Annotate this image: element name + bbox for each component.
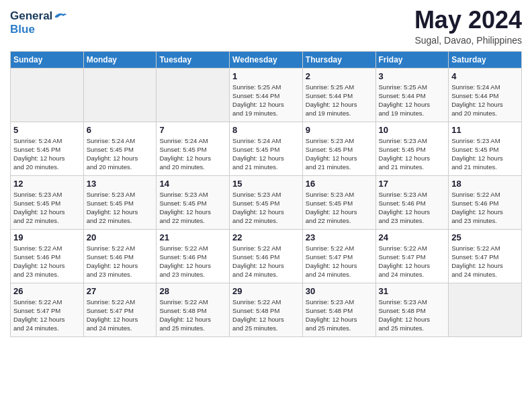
day-cell-15: 15Sunrise: 5:23 AM Sunset: 5:45 PM Dayli… [230, 175, 303, 229]
weekday-header-monday: Monday [83, 51, 157, 68]
weekday-header-friday: Friday [375, 51, 449, 68]
day-info: Sunrise: 5:23 AM Sunset: 5:45 PM Dayligh… [306, 136, 373, 172]
day-number: 11 [451, 125, 519, 135]
weekday-header-thursday: Thursday [302, 51, 375, 68]
weekday-header-wednesday: Wednesday [230, 51, 303, 68]
day-cell-13: 13Sunrise: 5:23 AM Sunset: 5:45 PM Dayli… [83, 175, 157, 229]
day-cell-12: 12Sunrise: 5:23 AM Sunset: 5:45 PM Dayli… [11, 175, 84, 229]
day-cell-28: 28Sunrise: 5:22 AM Sunset: 5:48 PM Dayli… [157, 283, 230, 336]
day-cell-17: 17Sunrise: 5:23 AM Sunset: 5:46 PM Dayli… [375, 175, 449, 229]
day-info: Sunrise: 5:22 AM Sunset: 5:46 PM Dayligh… [13, 244, 81, 279]
day-cell-3: 3Sunrise: 5:25 AM Sunset: 5:44 PM Daylig… [375, 68, 449, 122]
day-cell-8: 8Sunrise: 5:24 AM Sunset: 5:45 PM Daylig… [230, 122, 303, 175]
weekday-header-tuesday: Tuesday [157, 51, 230, 68]
day-number: 23 [306, 232, 373, 242]
day-info: Sunrise: 5:25 AM Sunset: 5:44 PM Dayligh… [232, 83, 300, 118]
logo-blue-text: Blue [10, 23, 35, 36]
month-title: May 2024 [414, 7, 522, 34]
day-number: 21 [159, 232, 226, 242]
logo-bird-icon [54, 11, 67, 21]
day-number: 12 [13, 179, 81, 189]
day-cell-22: 22Sunrise: 5:22 AM Sunset: 5:46 PM Dayli… [230, 229, 303, 283]
day-info: Sunrise: 5:23 AM Sunset: 5:46 PM Dayligh… [379, 190, 446, 226]
empty-cell [83, 68, 157, 122]
day-number: 1 [232, 71, 300, 81]
day-number: 28 [159, 286, 226, 296]
day-cell-26: 26Sunrise: 5:22 AM Sunset: 5:47 PM Dayli… [11, 283, 84, 336]
day-cell-14: 14Sunrise: 5:23 AM Sunset: 5:45 PM Dayli… [157, 175, 230, 229]
day-info: Sunrise: 5:25 AM Sunset: 5:44 PM Dayligh… [379, 83, 446, 118]
day-info: Sunrise: 5:22 AM Sunset: 5:48 PM Dayligh… [232, 298, 300, 333]
week-row-3: 12Sunrise: 5:23 AM Sunset: 5:45 PM Dayli… [11, 175, 522, 229]
logo: General Blue [10, 7, 67, 36]
day-cell-9: 9Sunrise: 5:23 AM Sunset: 5:45 PM Daylig… [302, 122, 375, 175]
empty-cell [11, 68, 84, 122]
weekday-header-row: SundayMondayTuesdayWednesdayThursdayFrid… [11, 51, 522, 68]
day-number: 10 [379, 125, 446, 135]
week-row-2: 5Sunrise: 5:24 AM Sunset: 5:45 PM Daylig… [11, 122, 522, 175]
day-info: Sunrise: 5:23 AM Sunset: 5:45 PM Dayligh… [232, 190, 300, 226]
day-number: 8 [232, 125, 300, 135]
day-number: 22 [232, 232, 300, 242]
day-cell-6: 6Sunrise: 5:24 AM Sunset: 5:45 PM Daylig… [83, 122, 157, 175]
header: General Blue May 2024 Sugal, Davao, Phil… [10, 7, 522, 46]
day-cell-5: 5Sunrise: 5:24 AM Sunset: 5:45 PM Daylig… [11, 122, 84, 175]
day-info: Sunrise: 5:22 AM Sunset: 5:46 PM Dayligh… [232, 244, 300, 279]
week-row-1: 1Sunrise: 5:25 AM Sunset: 5:44 PM Daylig… [11, 68, 522, 122]
day-info: Sunrise: 5:23 AM Sunset: 5:45 PM Dayligh… [451, 136, 519, 172]
day-number: 14 [159, 179, 226, 189]
day-number: 26 [13, 286, 81, 296]
day-cell-31: 31Sunrise: 5:23 AM Sunset: 5:48 PM Dayli… [375, 283, 449, 336]
day-number: 17 [379, 179, 446, 189]
day-cell-11: 11Sunrise: 5:23 AM Sunset: 5:45 PM Dayli… [449, 122, 522, 175]
day-number: 16 [306, 179, 373, 189]
day-cell-1: 1Sunrise: 5:25 AM Sunset: 5:44 PM Daylig… [230, 68, 303, 122]
day-info: Sunrise: 5:22 AM Sunset: 5:47 PM Dayligh… [13, 298, 81, 333]
day-number: 4 [451, 71, 519, 81]
day-number: 27 [87, 286, 154, 296]
day-cell-18: 18Sunrise: 5:22 AM Sunset: 5:46 PM Dayli… [449, 175, 522, 229]
day-info: Sunrise: 5:22 AM Sunset: 5:47 PM Dayligh… [379, 244, 446, 279]
day-number: 19 [13, 232, 81, 242]
day-number: 29 [232, 286, 300, 296]
day-number: 6 [87, 125, 154, 135]
day-cell-7: 7Sunrise: 5:24 AM Sunset: 5:45 PM Daylig… [157, 122, 230, 175]
day-number: 7 [159, 125, 226, 135]
day-info: Sunrise: 5:23 AM Sunset: 5:45 PM Dayligh… [87, 190, 154, 226]
day-number: 31 [379, 286, 446, 296]
day-info: Sunrise: 5:22 AM Sunset: 5:47 PM Dayligh… [451, 244, 519, 279]
day-cell-21: 21Sunrise: 5:22 AM Sunset: 5:46 PM Dayli… [157, 229, 230, 283]
day-cell-30: 30Sunrise: 5:23 AM Sunset: 5:48 PM Dayli… [302, 283, 375, 336]
weekday-header-saturday: Saturday [449, 51, 522, 68]
day-info: Sunrise: 5:22 AM Sunset: 5:48 PM Dayligh… [159, 298, 226, 333]
day-cell-10: 10Sunrise: 5:23 AM Sunset: 5:45 PM Dayli… [375, 122, 449, 175]
day-info: Sunrise: 5:23 AM Sunset: 5:48 PM Dayligh… [306, 298, 373, 333]
week-row-4: 19Sunrise: 5:22 AM Sunset: 5:46 PM Dayli… [11, 229, 522, 283]
day-number: 9 [306, 125, 373, 135]
day-info: Sunrise: 5:24 AM Sunset: 5:45 PM Dayligh… [87, 136, 154, 172]
day-cell-20: 20Sunrise: 5:22 AM Sunset: 5:46 PM Dayli… [83, 229, 157, 283]
day-number: 3 [379, 71, 446, 81]
empty-cell [157, 68, 230, 122]
day-number: 2 [306, 71, 373, 81]
day-cell-24: 24Sunrise: 5:22 AM Sunset: 5:47 PM Dayli… [375, 229, 449, 283]
day-info: Sunrise: 5:24 AM Sunset: 5:45 PM Dayligh… [159, 136, 226, 172]
day-number: 18 [451, 179, 519, 189]
day-cell-4: 4Sunrise: 5:24 AM Sunset: 5:44 PM Daylig… [449, 68, 522, 122]
day-info: Sunrise: 5:24 AM Sunset: 5:45 PM Dayligh… [232, 136, 300, 172]
day-cell-27: 27Sunrise: 5:22 AM Sunset: 5:47 PM Dayli… [83, 283, 157, 336]
day-cell-16: 16Sunrise: 5:23 AM Sunset: 5:45 PM Dayli… [302, 175, 375, 229]
logo-general-text: General [10, 9, 52, 23]
day-info: Sunrise: 5:22 AM Sunset: 5:46 PM Dayligh… [87, 244, 154, 279]
day-number: 25 [451, 232, 519, 242]
day-cell-19: 19Sunrise: 5:22 AM Sunset: 5:46 PM Dayli… [11, 229, 84, 283]
empty-cell [449, 283, 522, 336]
day-info: Sunrise: 5:22 AM Sunset: 5:46 PM Dayligh… [451, 190, 519, 226]
day-number: 30 [306, 286, 373, 296]
location: Sugal, Davao, Philippines [414, 35, 522, 46]
day-info: Sunrise: 5:23 AM Sunset: 5:45 PM Dayligh… [159, 190, 226, 226]
day-number: 13 [87, 179, 154, 189]
day-number: 20 [87, 232, 154, 242]
day-info: Sunrise: 5:23 AM Sunset: 5:45 PM Dayligh… [379, 136, 446, 172]
day-cell-2: 2Sunrise: 5:25 AM Sunset: 5:44 PM Daylig… [302, 68, 375, 122]
